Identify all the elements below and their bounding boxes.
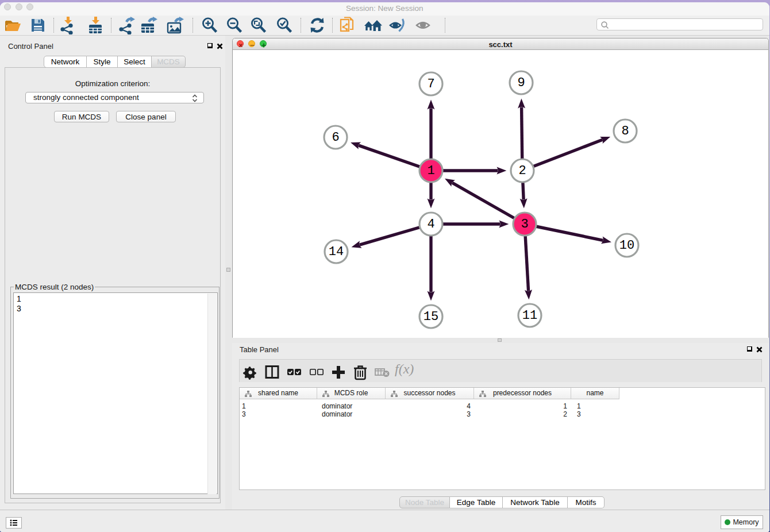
svg-text:15: 15	[424, 310, 438, 324]
svg-text:14: 14	[329, 245, 344, 259]
svg-text:3: 3	[521, 217, 528, 232]
svg-text:11: 11	[522, 309, 537, 323]
svg-text:8: 8	[621, 124, 629, 138]
svg-text:4: 4	[427, 217, 434, 232]
svg-text:7: 7	[427, 77, 434, 91]
svg-text:9: 9	[517, 76, 525, 90]
svg-text:2: 2	[518, 164, 526, 178]
svg-text:10: 10	[619, 238, 634, 253]
svg-text:1: 1	[427, 164, 434, 178]
svg-text:6: 6	[332, 130, 339, 145]
